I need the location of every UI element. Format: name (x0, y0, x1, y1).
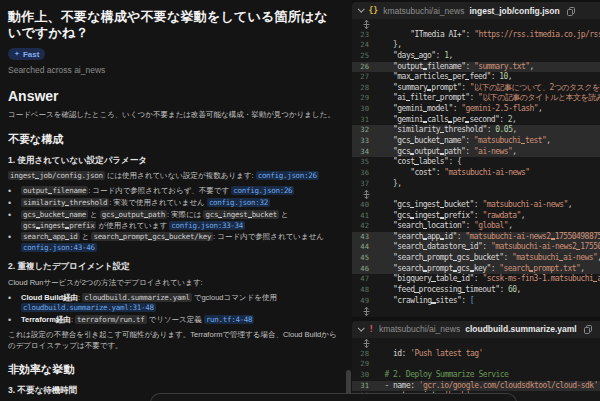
expand-lines-icon[interactable] (363, 339, 370, 348)
file-reference-link[interactable]: config.json:43-46 (21, 243, 97, 252)
code-file-block: {}kmatsubuchi/ai_newsingest_job/config.j… (352, 2, 600, 317)
file-reference-link[interactable]: config.json:26 (231, 186, 294, 195)
underscore-glyph (436, 100, 440, 101)
code-line: 43 "searchappid": "matsubuchi-ai-news217… (352, 232, 600, 243)
code-text: "costlabels": { (376, 157, 600, 168)
underscore-glyph (431, 281, 435, 282)
underscore-glyph (423, 68, 427, 69)
code-line: 37 }, (352, 179, 600, 190)
underscore-glyph (529, 270, 533, 271)
underscore-glyph (65, 227, 69, 228)
line-number: 28 (352, 83, 374, 94)
inline-code-chip: cloudbuild.summarize.yaml (82, 293, 191, 302)
inline-code-chip: searchpromptgcsbucket/key (91, 232, 213, 241)
file-code-body: 23 "ITmedia AI+": "https://rss.itmedia.c… (352, 19, 600, 317)
inline-code-chip: outputfilename (21, 186, 88, 195)
code-line: 46 "searchpromptgcskey": "searchprompt.t… (352, 264, 600, 275)
copy-icon[interactable] (567, 2, 575, 20)
code-line: 45 "searchpromptgcsbucket": "matsubuchia… (352, 253, 600, 264)
underscore-glyph (410, 79, 414, 80)
code-line: 40 "gcsingestbucket": "matsubuchi-ai-new… (352, 200, 600, 211)
file-reference-link[interactable]: config.json:32 (207, 198, 270, 207)
chevron-down-icon[interactable] (358, 325, 364, 331)
underscore-glyph (36, 227, 40, 228)
file-header[interactable]: {}kmatsubuchi/ai_newsingest_job/config.j… (352, 2, 600, 19)
underscore-glyph (521, 143, 525, 144)
code-line: 30 # 2. Deploy Summarize Service (352, 370, 600, 381)
answer-section-heading: 2. 重複したデプロイメント設定 (8, 261, 342, 273)
inline-code-chip: ingestjob/config.json (8, 171, 105, 180)
underscore-glyph (559, 260, 563, 261)
copy-icon[interactable] (584, 321, 592, 339)
file-header[interactable]: !kmatsubuchi/ai_newscloudbuild.summarize… (352, 321, 600, 338)
bold-label: Cloud Build経由 (21, 293, 78, 302)
underscore-glyph (406, 100, 410, 101)
underscore-glyph (218, 217, 222, 218)
code-text: # 2. Deploy Summarize Service (376, 370, 600, 381)
chevron-down-icon[interactable] (358, 6, 364, 12)
code-line: 23 "ITmedia AI+": "https://rss.itmedia.c… (352, 30, 600, 41)
code-text: }, (376, 40, 600, 51)
code-text: "outputfilename": "summary.txt", (376, 62, 600, 73)
bullet-marker: • (8, 198, 21, 208)
underscore-glyph (465, 249, 469, 250)
underscore-glyph (65, 217, 69, 218)
code-text: "cost": "matsubuchi-ai-news" (376, 168, 600, 179)
code-text: "ITmedia AI+": "https://rss.itmedia.co.j… (376, 30, 600, 41)
line-number: 30 (352, 370, 374, 381)
code-text: "geminicallspersecond": 2, (376, 115, 600, 126)
line-number: 35 (352, 157, 374, 168)
file-reference-link[interactable]: config.json:33-34 (169, 221, 245, 230)
line-number: 37 (352, 179, 374, 190)
answer-paragraph: これは設定の不整合を引き起こす可能性があります。Terraformで管理する場合… (8, 330, 342, 351)
followup-input[interactable] (150, 393, 517, 401)
underscore-glyph (457, 281, 461, 282)
code-line: 26 "outputfilename": "summary.txt", (352, 62, 600, 73)
line-number: 29 (352, 359, 374, 370)
code-fold-separator (352, 338, 600, 349)
line-number: 36 (352, 168, 374, 179)
code-file-block: !kmatsubuchi/ai_newscloudbuild.summarize… (352, 321, 600, 401)
underscore-glyph (423, 121, 427, 122)
underscore-glyph (423, 270, 427, 271)
code-line: 35 "costlabels": { (352, 157, 600, 168)
inline-code-chip: terraform/run.tf (75, 315, 146, 324)
underscore-glyph (470, 260, 474, 261)
underscore-glyph (423, 238, 427, 239)
underscore-glyph (36, 217, 40, 218)
line-number: 25 (352, 51, 374, 62)
code-line: 36 "cost": "matsubuchi-ai-news" (352, 168, 600, 179)
file-reference-link[interactable]: cloudbuild.summarize.yaml:31-48 (21, 303, 156, 312)
code-line: 31 "geminicallspersecond": 2, (352, 115, 600, 126)
line-number: 24 (352, 40, 374, 51)
underscore-glyph (119, 239, 123, 240)
code-text: "searchpromptgcsbucket": "matsubuchiai-n… (376, 253, 600, 264)
answer-bullet-item: •gcsbucketname と gcsoutputpath: 実際には gcs… (8, 210, 342, 231)
line-number: 30 (352, 104, 374, 115)
bullet-marker: • (8, 315, 21, 325)
code-text: - name: 'gcr.io/google.com/cloudsdktool/… (376, 381, 600, 392)
inline-code-chip: gcsoutputpath (100, 210, 167, 219)
answer-body: コードベースを確認したところ、いくつか不要または改善可能な構成・挙動が見つかりま… (8, 110, 342, 397)
code-text: "bigquerytableid": "scsk-ms-fin3-1.matsu… (376, 274, 600, 285)
bullet-marker: • (8, 232, 21, 253)
file-reference-link[interactable]: run.tf:4-48 (204, 315, 254, 324)
line-number: 47 (352, 274, 374, 285)
code-text: "gcsbucketname": "matsubuchitest", (376, 136, 600, 147)
file-reference-link[interactable]: config.json:26 (256, 171, 319, 180)
underscore-glyph (423, 228, 427, 229)
line-number: 49 (352, 296, 374, 307)
code-text: id: 'Push latest tag' (376, 349, 600, 360)
underscore-glyph (410, 207, 414, 208)
expand-lines-icon[interactable] (363, 20, 370, 29)
code-line: 41 "gcsingestprefix": "rawdata", (352, 211, 600, 222)
inline-code-chip: gcsingestprefix (21, 221, 96, 230)
line-number: 29 (352, 93, 374, 104)
underscore-glyph (165, 239, 169, 240)
expand-lines-icon[interactable] (363, 307, 370, 316)
gutter-expand-cell (352, 306, 374, 317)
expand-lines-icon[interactable] (363, 190, 370, 199)
code-line: 44 "searchdatastoreid": "matsubuchi-ai-n… (352, 242, 600, 253)
underscore-glyph (465, 121, 469, 122)
bullet-marker: • (8, 210, 21, 231)
